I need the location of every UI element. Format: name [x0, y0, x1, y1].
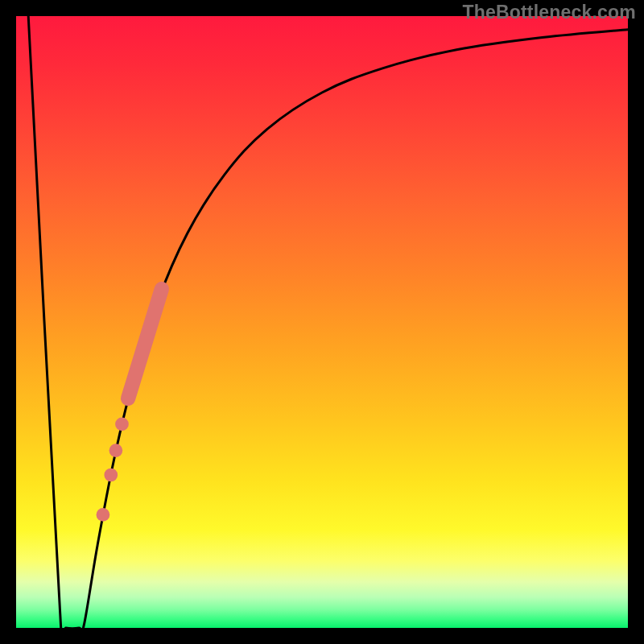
marker-band [128, 289, 162, 398]
plot-area [16, 16, 628, 628]
chart-svg [16, 16, 628, 628]
marker-dot [104, 469, 118, 482]
marker-layer [97, 289, 162, 522]
marker-dot [115, 418, 129, 431]
marker-dot [97, 508, 110, 522]
bottleneck-curve [28, 16, 628, 628]
marker-dot [109, 444, 123, 457]
chart-frame: TheBottleneck.com [0, 0, 644, 644]
watermark-text: TheBottleneck.com [462, 2, 636, 23]
